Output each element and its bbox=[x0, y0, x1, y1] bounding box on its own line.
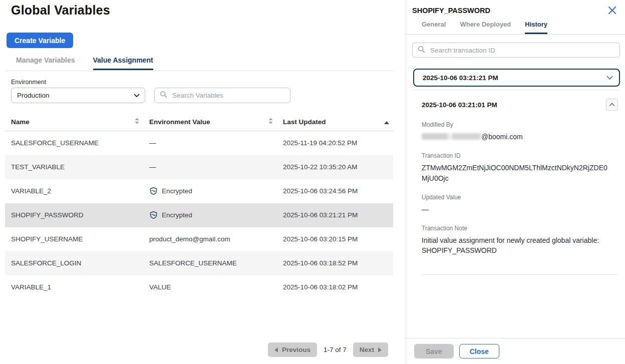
table-row[interactable]: VARIABLE_2 Encrypted 2025-10-06 03:24:56… bbox=[5, 179, 393, 203]
tab-where-deployed[interactable]: Where Deployed bbox=[460, 21, 511, 34]
last-updated-cell: 2025-10-06 03:20:15 PM bbox=[277, 227, 393, 251]
search-transaction-box bbox=[412, 43, 620, 58]
updated-value-label: Updated Value bbox=[422, 194, 612, 201]
transaction-id-value: ZTMwMGM2ZmEtNjJiOC00NDM5LThlMzctNDkyN2Rj… bbox=[422, 163, 612, 183]
history-entry-detail: Modified By @boomi.com Transaction ID ZT… bbox=[422, 121, 612, 256]
tab-general[interactable]: General bbox=[422, 21, 446, 34]
next-page-button[interactable]: Next bbox=[353, 342, 388, 357]
search-variables-input[interactable] bbox=[171, 91, 285, 100]
environment-label: Environment bbox=[11, 79, 46, 86]
encrypted-shield-icon bbox=[149, 211, 158, 219]
entry-divider bbox=[412, 90, 620, 90]
environment-value-cell: — bbox=[143, 155, 277, 179]
sort-both-icon bbox=[135, 118, 139, 126]
search-icon bbox=[160, 91, 167, 100]
table-row[interactable]: SALESFORCE_LOGIN SALESFORCE_USERNAME 202… bbox=[5, 251, 393, 275]
tab-manage-variables[interactable]: Manage Variables bbox=[16, 56, 75, 70]
table-row[interactable]: SHOPIFY_PASSWORD Encrypted 2025-10-06 03… bbox=[5, 203, 393, 227]
table-row[interactable]: TEST_VARIABLE — 2025-10-22 10:35:20 AM bbox=[5, 155, 393, 179]
environment-value-cell: Encrypted bbox=[143, 179, 277, 203]
history-entry-expanded-header: 2025-10-06 03:21:01 PM bbox=[422, 99, 618, 111]
search-icon bbox=[418, 46, 425, 55]
table-row[interactable]: VARIABLE_1 VALUE 2025-10-06 03:18:02 PM bbox=[5, 275, 393, 299]
variable-name-cell: VARIABLE_1 bbox=[5, 275, 143, 299]
column-header-name[interactable]: Name bbox=[5, 115, 143, 131]
history-entry-collapsed[interactable]: 2025-10-06 03:21:21 PM bbox=[413, 69, 620, 87]
page-title: Global Variables bbox=[11, 3, 110, 18]
close-panel-icon[interactable] bbox=[608, 6, 616, 15]
panel-tabs: General Where Deployed History bbox=[422, 21, 620, 34]
variable-name-cell: SHOPIFY_USERNAME bbox=[5, 227, 143, 251]
table-row[interactable]: SALESFORCE_USERNAME — 2025-11-19 04:20:5… bbox=[5, 131, 393, 155]
variables-table: Name Environment Value bbox=[5, 115, 393, 299]
environment-select[interactable]: Production bbox=[11, 88, 145, 103]
last-updated-cell: 2025-11-19 04:20:52 PM bbox=[277, 131, 393, 155]
chevron-down-icon bbox=[606, 73, 613, 82]
variable-name-cell: SALESFORCE_LOGIN bbox=[5, 251, 143, 275]
previous-page-button[interactable]: Previous bbox=[268, 342, 317, 357]
search-variables-box bbox=[154, 88, 290, 103]
table-row[interactable]: SHOPIFY_USERNAME product_demo@gmail.com … bbox=[5, 227, 393, 251]
variable-name-cell: SALESFORCE_USERNAME bbox=[5, 131, 143, 155]
search-transaction-input[interactable] bbox=[429, 46, 614, 55]
create-variable-button[interactable]: Create Variable bbox=[7, 33, 73, 48]
chevron-up-icon bbox=[609, 103, 615, 107]
environment-value-cell: SALESFORCE_USERNAME bbox=[143, 251, 277, 275]
variable-name-cell: VARIABLE_2 bbox=[5, 179, 143, 203]
environment-value-cell: Encrypted bbox=[143, 203, 277, 227]
panel-title: SHOPIFY_PASSWORD bbox=[412, 7, 490, 15]
tab-history[interactable]: History bbox=[525, 21, 547, 34]
modified-by-label: Modified By bbox=[422, 121, 612, 128]
transaction-note-label: Transaction Note bbox=[422, 225, 612, 232]
modified-by-value: @boomi.com bbox=[422, 132, 612, 142]
last-updated-cell: 2025-10-06 03:21:21 PM bbox=[277, 203, 393, 227]
last-updated-cell: 2025-10-06 03:18:02 PM bbox=[277, 275, 393, 299]
environment-value-cell: product_demo@gmail.com bbox=[143, 227, 277, 251]
pagination-range: 1-7 of 7 bbox=[324, 346, 347, 353]
main-tabs: Manage Variables Value Assignment bbox=[16, 56, 153, 70]
next-arrow-icon bbox=[378, 347, 382, 352]
redacted-username bbox=[422, 133, 481, 140]
environment-value-cell: — bbox=[143, 131, 277, 155]
column-header-environment-value[interactable]: Environment Value bbox=[143, 115, 277, 131]
close-button[interactable]: Close bbox=[459, 344, 499, 358]
detail-divider bbox=[422, 274, 617, 275]
encrypted-shield-icon bbox=[149, 187, 158, 195]
tab-value-assignment[interactable]: Value Assignment bbox=[93, 56, 153, 70]
variable-name-cell: TEST_VARIABLE bbox=[5, 155, 143, 179]
environment-value-cell: VALUE bbox=[143, 275, 277, 299]
previous-arrow-icon bbox=[274, 347, 278, 352]
sort-both-icon bbox=[268, 118, 273, 126]
environment-selected-value: Production bbox=[17, 92, 50, 99]
tabs-divider bbox=[5, 71, 393, 71]
panel-footer: Save Close bbox=[406, 338, 625, 364]
save-button[interactable]: Save bbox=[414, 344, 454, 358]
transaction-note-value: Initial value assignment for newly creat… bbox=[422, 235, 612, 256]
sort-ascending-icon bbox=[384, 118, 389, 126]
global-variables-pane: Global Variables Create Variable Manage … bbox=[0, 0, 406, 364]
variable-name-cell: SHOPIFY_PASSWORD bbox=[5, 203, 143, 227]
collapse-entry-button[interactable] bbox=[606, 99, 618, 111]
last-updated-cell: 2025-10-06 03:18:52 PM bbox=[277, 251, 393, 275]
pagination: Previous 1-7 of 7 Next bbox=[268, 342, 388, 357]
last-updated-cell: 2025-10-22 10:35:20 AM bbox=[277, 155, 393, 179]
last-updated-cell: 2025-10-06 03:24:56 PM bbox=[277, 179, 393, 203]
updated-value: — bbox=[422, 204, 612, 214]
variable-detail-panel: SHOPIFY_PASSWORD General Where Deployed … bbox=[406, 0, 625, 364]
transaction-id-label: Transaction ID bbox=[422, 152, 612, 159]
chevron-down-icon bbox=[134, 92, 140, 99]
column-header-last-updated[interactable]: Last Updated bbox=[277, 115, 393, 131]
